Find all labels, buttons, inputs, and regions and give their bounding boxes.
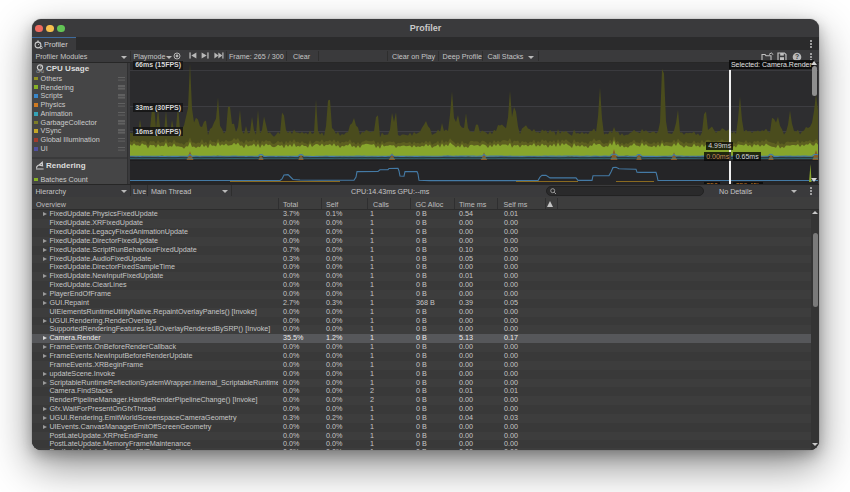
svg-text:?: ?: [795, 53, 799, 60]
svg-text:CPU: CPU: [36, 70, 44, 73]
